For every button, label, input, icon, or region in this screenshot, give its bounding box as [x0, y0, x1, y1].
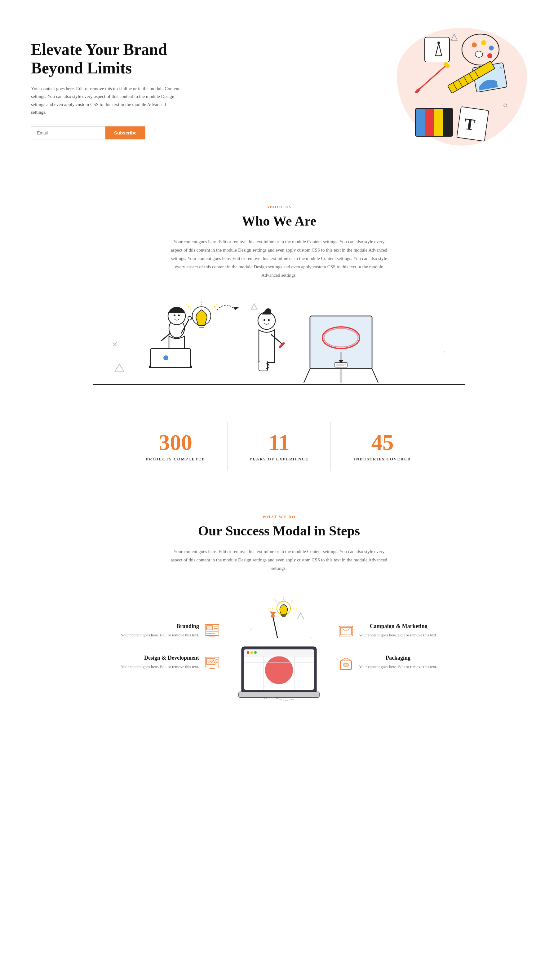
about-section: ABOUT US Who We Are Your content goes he…: [0, 180, 558, 403]
svg-point-102: [251, 651, 253, 654]
svg-marker-54: [233, 307, 239, 310]
campaign-text: Campaign & Marketing Your content goes h…: [359, 623, 438, 638]
svg-point-5: [475, 51, 483, 57]
stat-label-1: YEARS OF EXPERIENCE: [240, 457, 318, 461]
campaign-title: Campaign & Marketing: [359, 623, 438, 630]
svg-text:○: ○: [443, 350, 445, 354]
svg-rect-21: [415, 108, 425, 136]
svg-point-4: [487, 53, 492, 58]
svg-rect-81: [208, 635, 215, 637]
hero-right: T ×: [384, 25, 527, 155]
hero-illustration: T ×: [384, 25, 527, 155]
svg-rect-68: [335, 363, 347, 367]
success-center-illustration: × +: [233, 591, 325, 703]
service-packaging: Packaging Your content goes here. Edit o…: [338, 655, 453, 671]
svg-point-57: [264, 319, 265, 321]
svg-point-103: [254, 651, 257, 654]
svg-line-72: [372, 369, 378, 383]
svg-point-56: [265, 308, 271, 314]
svg-rect-44: [150, 348, 190, 367]
design-icon: [204, 655, 220, 671]
svg-rect-60: [278, 342, 286, 349]
svg-point-1: [472, 43, 477, 47]
stat-label-2: INDUSTRIES COVERED: [343, 457, 422, 461]
stat-number-2: 45: [343, 431, 422, 453]
whatwedo-section: WHAT WE DO Our Success Modal in Steps Yo…: [0, 489, 558, 721]
team-illustration: ✕ ○ +: [93, 292, 465, 385]
svg-point-101: [247, 651, 249, 654]
svg-point-45: [163, 355, 168, 360]
about-title: Who We Are: [31, 213, 527, 229]
svg-text:×: ×: [249, 627, 253, 633]
svg-line-17: [419, 65, 446, 90]
svg-point-41: [188, 316, 192, 320]
svg-marker-107: [298, 613, 304, 619]
stats-section: 300 PROJECTS COMPLETED 11 YEARS OF EXPER…: [93, 403, 465, 489]
svg-point-95: [265, 656, 293, 684]
service-design: Design & Development Your content goes h…: [105, 655, 220, 671]
svg-rect-23: [434, 108, 443, 136]
success-right-col: Campaign & Marketing Your content goes h…: [325, 617, 465, 677]
packaging-title: Packaging: [359, 655, 437, 661]
stat-number-1: 11: [240, 431, 318, 453]
design-desc: Your content goes here. Edit or remove t…: [121, 664, 199, 670]
svg-marker-33: [115, 364, 124, 372]
campaign-icon: [338, 623, 354, 639]
svg-text:×: ×: [499, 65, 502, 71]
stat-projects: 300 PROJECTS COMPLETED: [124, 422, 228, 471]
svg-marker-29: [451, 34, 457, 40]
svg-point-55: [258, 312, 275, 329]
whatwedo-label: WHAT WE DO: [31, 514, 527, 519]
about-label: ABOUT US: [31, 205, 527, 209]
svg-point-38: [174, 314, 176, 316]
svg-line-104: [273, 616, 277, 638]
design-title: Design & Development: [121, 655, 199, 661]
packaging-icon: [338, 655, 354, 671]
whatwedo-title: Our Success Modal in Steps: [31, 523, 527, 539]
svg-rect-24: [443, 108, 453, 136]
branding-desc: Your content goes here. Edit or remove t…: [121, 632, 199, 638]
svg-line-50: [212, 304, 217, 308]
whatwedo-description: Your content goes here. Edit or remove t…: [171, 548, 387, 573]
svg-rect-75: [207, 625, 213, 630]
email-input[interactable]: [31, 126, 105, 139]
success-grid: Branding Your content goes here. Edit or…: [93, 591, 465, 703]
hero-form: Subscribe: [31, 126, 180, 139]
stat-number-0: 300: [136, 431, 215, 453]
about-description: Your content goes here. Edit or remove t…: [171, 238, 387, 280]
hero-section: Elevate Your Brand Beyond Limits Your co…: [0, 0, 558, 180]
packaging-desc: Your content goes here. Edit or remove t…: [359, 664, 437, 670]
svg-line-71: [304, 369, 310, 383]
subscribe-button[interactable]: Subscribe: [105, 126, 145, 139]
hero-left: Elevate Your Brand Beyond Limits Your co…: [31, 40, 180, 139]
svg-point-2: [481, 40, 486, 45]
svg-point-28: [504, 104, 507, 107]
hero-title: Elevate Your Brand Beyond Limits: [31, 40, 180, 77]
branding-icon: [204, 623, 220, 639]
svg-point-39: [178, 314, 180, 316]
svg-text:+: +: [310, 635, 312, 640]
svg-rect-127: [343, 663, 348, 666]
stat-experience: 11 YEARS OF EXPERIENCE: [228, 422, 331, 471]
svg-line-115: [274, 599, 277, 602]
branding-title: Branding: [121, 623, 199, 630]
svg-text:✕: ✕: [112, 340, 118, 348]
stat-industries: 45 INDUSTRIES COVERED: [331, 422, 434, 471]
svg-point-8: [437, 41, 440, 44]
stat-label-0: PROJECTS COMPLETED: [136, 457, 215, 461]
packaging-text: Packaging Your content goes here. Edit o…: [359, 655, 437, 670]
svg-point-0: [462, 34, 499, 65]
success-left-col: Branding Your content goes here. Edit or…: [93, 617, 233, 677]
service-campaign: Campaign & Marketing Your content goes h…: [338, 623, 453, 639]
svg-rect-61: [259, 361, 268, 371]
hero-description: Your content goes here. Edit or remove t…: [31, 85, 180, 116]
design-text: Design & Development Your content goes h…: [121, 655, 199, 670]
svg-marker-34: [251, 304, 257, 310]
service-branding: Branding Your content goes here. Edit or…: [105, 623, 220, 639]
branding-text: Branding Your content goes here. Edit or…: [121, 623, 199, 638]
team-svg: ✕ ○ +: [93, 291, 465, 384]
svg-point-106: [271, 614, 275, 618]
svg-point-3: [489, 46, 494, 51]
svg-line-114: [291, 599, 293, 602]
svg-rect-93: [239, 692, 319, 697]
